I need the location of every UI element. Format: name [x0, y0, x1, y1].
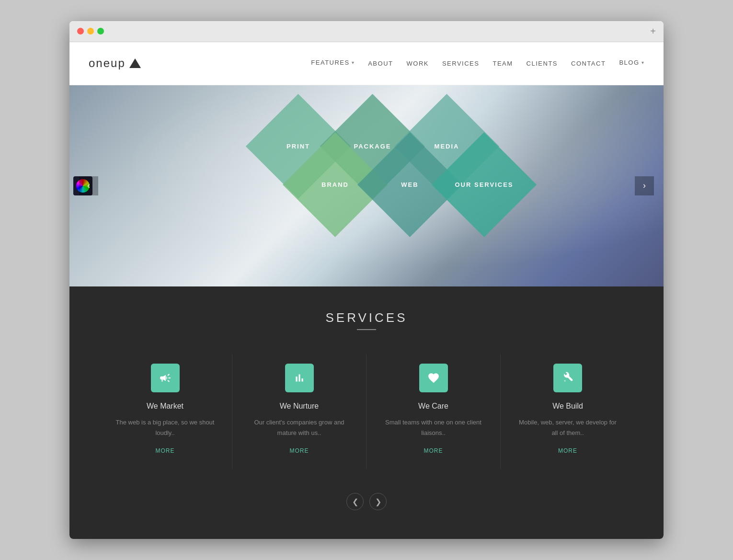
nav-link-work[interactable]: WORK [407, 60, 429, 67]
nav-link-features[interactable]: FEATURES ▾ [311, 59, 355, 66]
logo-triangle-icon [129, 58, 141, 68]
hero-next-button[interactable]: › [635, 176, 654, 195]
service-more-build[interactable]: MORE [558, 447, 577, 454]
service-more-market[interactable]: MORE [156, 447, 175, 454]
nav-item-contact[interactable]: CONTACT [571, 59, 606, 68]
nav-item-features[interactable]: FEATURES ▾ [311, 59, 355, 68]
services-divider [357, 329, 376, 330]
slider-prev-button[interactable]: ❮ [346, 493, 364, 510]
slider-controls: ❮ ❯ [98, 493, 635, 510]
diamond-our-services-label: OUR SERVICES [447, 181, 521, 188]
services-grid: We Market The web is a big place, so we … [98, 354, 635, 469]
slider-next-button[interactable]: ❯ [369, 493, 387, 510]
service-desc-nurture: Our client's companies grow and mature w… [247, 417, 352, 438]
logo[interactable]: oneup [89, 57, 141, 70]
nav-item-blog[interactable]: BLOG ▾ [619, 59, 644, 68]
browser-plus-button[interactable]: + [650, 26, 656, 37]
logo-text: oneup [89, 57, 126, 70]
service-card-market: We Market The web is a big place, so we … [98, 354, 232, 469]
nav-item-about[interactable]: ABOUT [368, 59, 393, 68]
diamond-grid: PRINT PACKAGE MEDIA BRAND WE [232, 109, 501, 263]
nav-label-features: FEATURES [311, 59, 349, 66]
dot-green[interactable] [97, 28, 104, 34]
service-icon-care [419, 364, 448, 392]
service-desc-care: Small teams with one on one client liais… [381, 417, 486, 438]
service-icon-build [553, 364, 582, 392]
service-desc-build: Mobile, web, server, we develop for all … [515, 417, 620, 438]
service-title-market: We Market [113, 402, 218, 411]
nav-link-blog[interactable]: BLOG ▾ [619, 59, 644, 66]
heart-icon [427, 372, 440, 384]
navbar: oneup FEATURES ▾ ABOUT WORK SERVICES TEA… [69, 42, 664, 85]
chevron-down-icon-blog: ▾ [641, 60, 645, 65]
service-icon-nurture [285, 364, 314, 392]
service-title-build: We Build [515, 402, 620, 411]
hero-section: ‹ PRINT PACKAGE MEDIA BRAND [69, 85, 664, 286]
nav-item-team[interactable]: TEAM [492, 59, 513, 68]
nav-link-services[interactable]: SERVICES [442, 60, 480, 67]
browser-window: + oneup FEATURES ▾ ABOUT WORK SERVICES [69, 21, 664, 539]
service-desc-market: The web is a big place, so we shout loud… [113, 417, 218, 438]
nav-item-work[interactable]: WORK [407, 59, 429, 68]
nav-link-team[interactable]: TEAM [492, 60, 513, 67]
megaphone-icon [159, 372, 172, 384]
browser-chrome: + [69, 21, 664, 42]
service-more-care[interactable]: MORE [424, 447, 443, 454]
service-icon-market [151, 364, 180, 392]
nav-link-contact[interactable]: CONTACT [571, 60, 606, 67]
services-section: SERVICES We Market The web is a big plac… [69, 286, 664, 539]
chevron-down-icon: ▾ [352, 60, 355, 65]
service-card-build: We Build Mobile, web, server, we develop… [501, 354, 635, 469]
service-card-nurture: We Nurture Our client's companies grow a… [232, 354, 366, 469]
dot-red[interactable] [77, 28, 84, 34]
nav-label-blog: BLOG [619, 59, 639, 66]
service-title-nurture: We Nurture [247, 402, 352, 411]
service-card-care: We Care Small teams with one on one clie… [366, 354, 501, 469]
services-heading: SERVICES [98, 310, 635, 325]
nav-item-clients[interactable]: CLIENTS [527, 59, 558, 68]
browser-dots [77, 28, 104, 34]
service-title-care: We Care [381, 402, 486, 411]
hero-prev-button[interactable]: ‹ [79, 176, 98, 195]
nav-link-clients[interactable]: CLIENTS [527, 60, 558, 67]
wrench-icon [561, 372, 574, 384]
bar-chart-icon [293, 372, 306, 384]
nav-link-about[interactable]: ABOUT [368, 60, 393, 67]
nav-links: FEATURES ▾ ABOUT WORK SERVICES TEAM CLIE… [311, 59, 644, 68]
nav-item-services[interactable]: SERVICES [442, 59, 480, 68]
dot-yellow[interactable] [87, 28, 94, 34]
service-more-nurture[interactable]: MORE [290, 447, 309, 454]
